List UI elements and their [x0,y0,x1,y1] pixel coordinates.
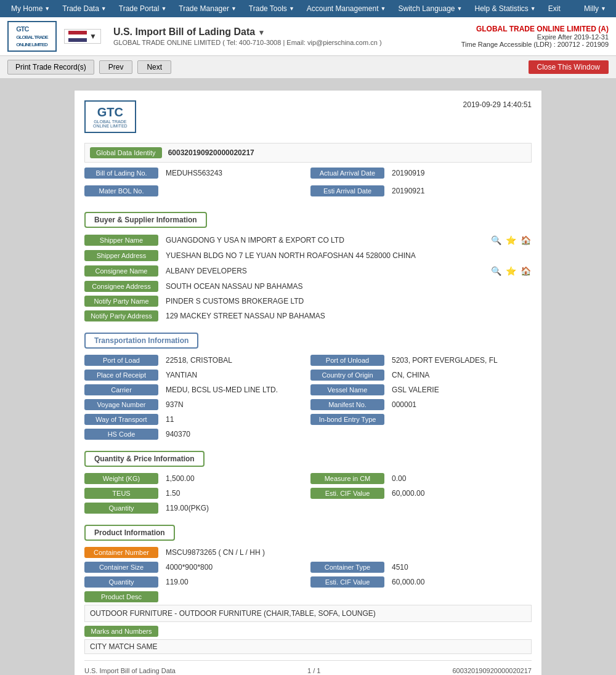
print-button[interactable]: Print Trade Record(s) [7,60,94,75]
measure-label: Measure in CM [310,473,384,484]
notify-party-name-value: PINDER S CUSTOMS BROKERAGE LTD [163,296,532,307]
product-desc-value: OUTDOOR FURNITURE - OUTDOOR FURNITURE (C… [84,605,532,622]
vessel-name-label: Vessel Name [310,384,384,395]
transport-header: Transportation Information [84,333,198,349]
shipper-name-icons: 🔍 ⭐ 🏠 [490,234,532,246]
account-expire: Expire After 2019-12-31 [461,33,609,41]
product-quantity-value: 119.00 [163,576,306,588]
teus-cif-row: TEUS 1.50 Esti. CIF Value 60,000.00 [84,488,532,499]
bol-value: MEDUHS563243 [163,168,306,179]
notify-party-name-row: Notify Party Name PINDER S CUSTOMS BROKE… [84,296,532,307]
quantity-field: Quantity 119.00(PKG) [84,503,308,514]
inbond-entry-value [389,418,532,421]
container-number-label: Container Number [84,547,158,558]
inbond-entry-field: In-bond Entry Type [310,414,532,425]
teus-field: TEUS 1.50 [84,488,306,499]
nav-trade-data[interactable]: Trade Data ▼ [56,0,113,17]
consignee-address-value: SOUTH OCEAN NASSAU NP BAHAMAS [163,281,532,292]
chevron-down-icon: ▼ [161,6,166,12]
hs-code-field: HS Code 940370 [84,429,308,440]
notify-party-address-label: Notify Party Address [84,310,158,321]
consignee-name-row: Consignee Name ALBANY DEVELOPERS 🔍 ⭐ 🏠 [84,265,532,277]
esti-cif-value: 60,000.00 [389,488,532,499]
next-button[interactable]: Next [137,60,171,74]
home-icon[interactable]: 🏠 [519,265,532,277]
voyage-manifest-row: Voyage Number 937N Manifest No. 000001 [84,399,532,410]
prev-button[interactable]: Prev [99,60,133,74]
page-subtitle: GLOBAL TRADE ONLINE LIMITED ( Tel: 400-7… [113,39,461,46]
country-origin-label: Country of Origin [310,370,384,381]
shipper-address-row: Shipper Address YUESHAN BLDG NO 7 LE YUA… [84,250,532,261]
star-icon[interactable]: ⭐ [505,265,517,277]
close-button[interactable]: Close This Window [529,60,609,74]
nav-trade-tools[interactable]: Trade Tools ▼ [243,0,301,17]
product-header: Product Information [84,525,175,541]
container-size-type-row: Container Size 4000*900*800 Container Ty… [84,562,532,573]
receipt-origin-row: Place of Receipt YANTIAN Country of Orig… [84,370,532,381]
chevron-down-icon: ▼ [89,32,97,41]
weight-label: Weight (KG) [84,473,158,484]
nav-help-statistics[interactable]: Help & Statistics ▼ [468,0,541,17]
product-cif-label: Esti. CIF Value [310,576,384,588]
flag-selector[interactable]: ▼ [64,29,101,44]
nav-trade-manager[interactable]: Trade Manager ▼ [172,0,243,17]
search-icon[interactable]: 🔍 [490,265,502,277]
home-icon[interactable]: 🏠 [519,234,532,246]
manifest-no-value: 000001 [389,399,532,410]
voyage-number-value: 937N [163,399,306,410]
esti-arrival-value: 20190921 [389,185,532,196]
vessel-field: Vessel Name GSL VALERIE [310,384,532,395]
nav-trade-portal[interactable]: Trade Portal ▼ [113,0,173,17]
container-number-value: MSCU9873265 ( CN / L / HH ) [163,547,532,558]
nav-exit[interactable]: Exit [542,0,567,17]
container-type-field: Container Type 4510 [310,562,532,573]
account-info: GLOBAL TRADE ONLINE LIMITED (A) Expire A… [461,25,609,48]
container-type-value: 4510 [389,562,532,573]
doc-footer-right: 600320190920000020217 [453,667,532,674]
us-flag-icon [68,31,87,42]
chevron-down-icon: ▼ [530,6,536,12]
bol-field: Bill of Lading No. MEDUHS563243 [84,168,306,179]
consignee-name-label: Consignee Name [84,265,158,277]
user-menu[interactable]: Milly ▼ [579,0,611,17]
esti-arrival-label: Esti Arrival Date [310,185,384,196]
nav-switch-language[interactable]: Switch Language ▼ [392,0,468,17]
doc-logo-area: GTC GLOBAL TRADEONLINE LIMITED [84,100,136,133]
port-unload-field: Port of Unload 5203, PORT EVERGLADES, FL [310,355,532,366]
buyer-supplier-section: Buyer & Supplier Information Shipper Nam… [84,207,532,321]
nav-account-management[interactable]: Account Management ▼ [301,0,392,17]
container-size-field: Container Size 4000*900*800 [84,562,306,573]
port-load-label: Port of Load [84,355,158,366]
teus-label: TEUS [84,488,158,499]
marks-row: Marks and Numbers CITY MATCH SAME [84,626,532,654]
account-name: GLOBAL TRADE ONLINE LIMITED (A) [461,25,609,33]
top-toolbar: Print Trade Record(s) Prev Next Close Th… [0,56,616,79]
consignee-address-row: Consignee Address SOUTH OCEAN NASSAU NP … [84,281,532,292]
product-section: Product Information Container Number MSC… [84,520,532,654]
quantity-price-section: Quantity & Price Information Weight (KG)… [84,446,532,514]
page-title: U.S. Import Bill of Lading Data ▼ [113,26,461,38]
product-quantity-label: Quantity [84,576,158,588]
consignee-name-icons: 🔍 ⭐ 🏠 [490,265,532,277]
document-footer: U.S. Import Bill of Lading Data 1 / 1 60… [84,660,532,674]
shipper-address-value: YUESHAN BLDG NO 7 LE YUAN NORTH ROAFOSHA… [163,250,532,261]
transportation-section: Transportation Information Port of Load … [84,328,532,440]
star-icon[interactable]: ⭐ [505,234,517,246]
global-data-identity-value: 600320190920000020217 [168,148,254,157]
quantity-label: Quantity [84,503,158,514]
doc-logo: GTC GLOBAL TRADEONLINE LIMITED [84,100,136,133]
voyage-field: Voyage Number 937N [84,399,306,410]
shipper-address-label: Shipper Address [84,250,158,261]
product-desc-row: Product Desc OUTDOOR FURNITURE - OUTDOOR… [84,591,532,622]
weight-value: 1,500.00 [163,473,306,484]
chevron-down-icon: ▼ [457,6,463,12]
product-desc-label: Product Desc [84,591,158,602]
hs-code-row: HS Code 940370 [84,429,532,440]
hs-code-label: HS Code [84,429,158,440]
global-data-identity-row: Global Data Identity 6003201909200000202… [84,143,532,163]
vessel-name-value: GSL VALERIE [389,384,532,395]
notify-party-address-row: Notify Party Address 129 MACKEY STREET N… [84,310,532,321]
nav-my-home[interactable]: My Home ▼ [5,0,56,17]
way-inbond-row: Way of Transport 11 In-bond Entry Type [84,414,532,425]
search-icon[interactable]: 🔍 [490,234,502,246]
